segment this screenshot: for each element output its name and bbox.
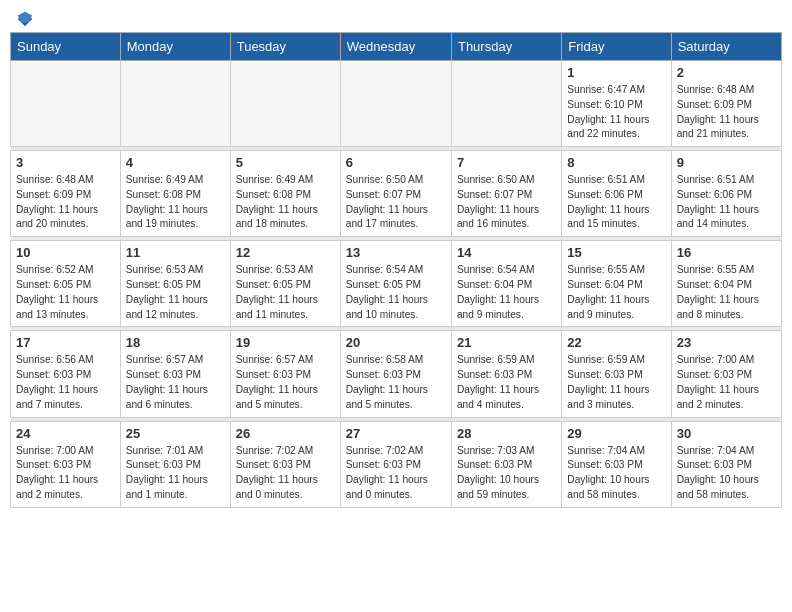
day-info: Sunrise: 6:59 AM Sunset: 6:03 PM Dayligh… (457, 353, 556, 412)
calendar-cell: 9Sunrise: 6:51 AM Sunset: 6:06 PM Daylig… (671, 151, 781, 237)
day-info: Sunrise: 7:00 AM Sunset: 6:03 PM Dayligh… (16, 444, 115, 503)
day-number: 17 (16, 335, 115, 350)
day-number: 20 (346, 335, 446, 350)
calendar-week-row: 10Sunrise: 6:52 AM Sunset: 6:05 PM Dayli… (11, 241, 782, 327)
calendar-cell: 14Sunrise: 6:54 AM Sunset: 6:04 PM Dayli… (451, 241, 561, 327)
weekday-header-monday: Monday (120, 33, 230, 61)
calendar-cell: 5Sunrise: 6:49 AM Sunset: 6:08 PM Daylig… (230, 151, 340, 237)
day-number: 16 (677, 245, 776, 260)
day-info: Sunrise: 6:54 AM Sunset: 6:04 PM Dayligh… (457, 263, 556, 322)
weekday-header-tuesday: Tuesday (230, 33, 340, 61)
calendar-cell: 11Sunrise: 6:53 AM Sunset: 6:05 PM Dayli… (120, 241, 230, 327)
day-number: 11 (126, 245, 225, 260)
day-number: 19 (236, 335, 335, 350)
day-info: Sunrise: 7:03 AM Sunset: 6:03 PM Dayligh… (457, 444, 556, 503)
day-info: Sunrise: 6:54 AM Sunset: 6:05 PM Dayligh… (346, 263, 446, 322)
day-number: 22 (567, 335, 665, 350)
calendar-cell: 8Sunrise: 6:51 AM Sunset: 6:06 PM Daylig… (562, 151, 671, 237)
calendar-cell: 3Sunrise: 6:48 AM Sunset: 6:09 PM Daylig… (11, 151, 121, 237)
calendar-cell: 7Sunrise: 6:50 AM Sunset: 6:07 PM Daylig… (451, 151, 561, 237)
day-info: Sunrise: 6:55 AM Sunset: 6:04 PM Dayligh… (567, 263, 665, 322)
day-info: Sunrise: 6:49 AM Sunset: 6:08 PM Dayligh… (236, 173, 335, 232)
day-info: Sunrise: 6:53 AM Sunset: 6:05 PM Dayligh… (126, 263, 225, 322)
day-number: 8 (567, 155, 665, 170)
calendar-cell (120, 61, 230, 147)
day-number: 15 (567, 245, 665, 260)
day-number: 3 (16, 155, 115, 170)
day-info: Sunrise: 6:51 AM Sunset: 6:06 PM Dayligh… (677, 173, 776, 232)
calendar-cell: 27Sunrise: 7:02 AM Sunset: 6:03 PM Dayli… (340, 421, 451, 507)
day-info: Sunrise: 6:59 AM Sunset: 6:03 PM Dayligh… (567, 353, 665, 412)
calendar-week-row: 1Sunrise: 6:47 AM Sunset: 6:10 PM Daylig… (11, 61, 782, 147)
day-number: 25 (126, 426, 225, 441)
calendar-cell: 12Sunrise: 6:53 AM Sunset: 6:05 PM Dayli… (230, 241, 340, 327)
calendar-week-row: 24Sunrise: 7:00 AM Sunset: 6:03 PM Dayli… (11, 421, 782, 507)
day-number: 6 (346, 155, 446, 170)
day-number: 12 (236, 245, 335, 260)
calendar-table: SundayMondayTuesdayWednesdayThursdayFrid… (10, 32, 782, 508)
day-number: 4 (126, 155, 225, 170)
calendar-cell: 15Sunrise: 6:55 AM Sunset: 6:04 PM Dayli… (562, 241, 671, 327)
day-info: Sunrise: 7:04 AM Sunset: 6:03 PM Dayligh… (567, 444, 665, 503)
day-info: Sunrise: 6:47 AM Sunset: 6:10 PM Dayligh… (567, 83, 665, 142)
logo-icon (16, 10, 34, 28)
calendar-cell (11, 61, 121, 147)
calendar-cell: 30Sunrise: 7:04 AM Sunset: 6:03 PM Dayli… (671, 421, 781, 507)
day-number: 13 (346, 245, 446, 260)
day-info: Sunrise: 6:57 AM Sunset: 6:03 PM Dayligh… (236, 353, 335, 412)
day-number: 28 (457, 426, 556, 441)
calendar-cell (340, 61, 451, 147)
day-info: Sunrise: 6:55 AM Sunset: 6:04 PM Dayligh… (677, 263, 776, 322)
day-number: 14 (457, 245, 556, 260)
day-number: 21 (457, 335, 556, 350)
day-info: Sunrise: 6:51 AM Sunset: 6:06 PM Dayligh… (567, 173, 665, 232)
day-info: Sunrise: 7:01 AM Sunset: 6:03 PM Dayligh… (126, 444, 225, 503)
weekday-header-friday: Friday (562, 33, 671, 61)
day-number: 26 (236, 426, 335, 441)
weekday-header-sunday: Sunday (11, 33, 121, 61)
calendar-cell: 6Sunrise: 6:50 AM Sunset: 6:07 PM Daylig… (340, 151, 451, 237)
day-number: 1 (567, 65, 665, 80)
calendar-cell: 23Sunrise: 7:00 AM Sunset: 6:03 PM Dayli… (671, 331, 781, 417)
calendar-cell: 4Sunrise: 6:49 AM Sunset: 6:08 PM Daylig… (120, 151, 230, 237)
day-number: 30 (677, 426, 776, 441)
page-header (10, 10, 782, 24)
day-info: Sunrise: 6:48 AM Sunset: 6:09 PM Dayligh… (16, 173, 115, 232)
day-info: Sunrise: 6:50 AM Sunset: 6:07 PM Dayligh… (457, 173, 556, 232)
day-number: 5 (236, 155, 335, 170)
calendar-week-row: 17Sunrise: 6:56 AM Sunset: 6:03 PM Dayli… (11, 331, 782, 417)
calendar-cell: 25Sunrise: 7:01 AM Sunset: 6:03 PM Dayli… (120, 421, 230, 507)
day-info: Sunrise: 6:58 AM Sunset: 6:03 PM Dayligh… (346, 353, 446, 412)
day-info: Sunrise: 6:49 AM Sunset: 6:08 PM Dayligh… (126, 173, 225, 232)
weekday-header-saturday: Saturday (671, 33, 781, 61)
calendar-cell: 21Sunrise: 6:59 AM Sunset: 6:03 PM Dayli… (451, 331, 561, 417)
calendar-cell: 18Sunrise: 6:57 AM Sunset: 6:03 PM Dayli… (120, 331, 230, 417)
calendar-cell: 2Sunrise: 6:48 AM Sunset: 6:09 PM Daylig… (671, 61, 781, 147)
day-info: Sunrise: 6:57 AM Sunset: 6:03 PM Dayligh… (126, 353, 225, 412)
day-number: 7 (457, 155, 556, 170)
calendar-cell: 19Sunrise: 6:57 AM Sunset: 6:03 PM Dayli… (230, 331, 340, 417)
day-info: Sunrise: 7:04 AM Sunset: 6:03 PM Dayligh… (677, 444, 776, 503)
calendar-cell: 26Sunrise: 7:02 AM Sunset: 6:03 PM Dayli… (230, 421, 340, 507)
calendar-cell: 10Sunrise: 6:52 AM Sunset: 6:05 PM Dayli… (11, 241, 121, 327)
day-number: 10 (16, 245, 115, 260)
calendar-cell: 29Sunrise: 7:04 AM Sunset: 6:03 PM Dayli… (562, 421, 671, 507)
day-number: 29 (567, 426, 665, 441)
day-info: Sunrise: 6:56 AM Sunset: 6:03 PM Dayligh… (16, 353, 115, 412)
day-number: 2 (677, 65, 776, 80)
calendar-cell: 1Sunrise: 6:47 AM Sunset: 6:10 PM Daylig… (562, 61, 671, 147)
calendar-cell: 13Sunrise: 6:54 AM Sunset: 6:05 PM Dayli… (340, 241, 451, 327)
day-info: Sunrise: 6:48 AM Sunset: 6:09 PM Dayligh… (677, 83, 776, 142)
day-info: Sunrise: 7:00 AM Sunset: 6:03 PM Dayligh… (677, 353, 776, 412)
day-number: 24 (16, 426, 115, 441)
calendar-cell: 22Sunrise: 6:59 AM Sunset: 6:03 PM Dayli… (562, 331, 671, 417)
day-number: 18 (126, 335, 225, 350)
weekday-header-thursday: Thursday (451, 33, 561, 61)
calendar-week-row: 3Sunrise: 6:48 AM Sunset: 6:09 PM Daylig… (11, 151, 782, 237)
calendar-cell: 16Sunrise: 6:55 AM Sunset: 6:04 PM Dayli… (671, 241, 781, 327)
day-number: 9 (677, 155, 776, 170)
calendar-cell: 17Sunrise: 6:56 AM Sunset: 6:03 PM Dayli… (11, 331, 121, 417)
weekday-header-row: SundayMondayTuesdayWednesdayThursdayFrid… (11, 33, 782, 61)
calendar-cell: 28Sunrise: 7:03 AM Sunset: 6:03 PM Dayli… (451, 421, 561, 507)
calendar-cell: 24Sunrise: 7:00 AM Sunset: 6:03 PM Dayli… (11, 421, 121, 507)
